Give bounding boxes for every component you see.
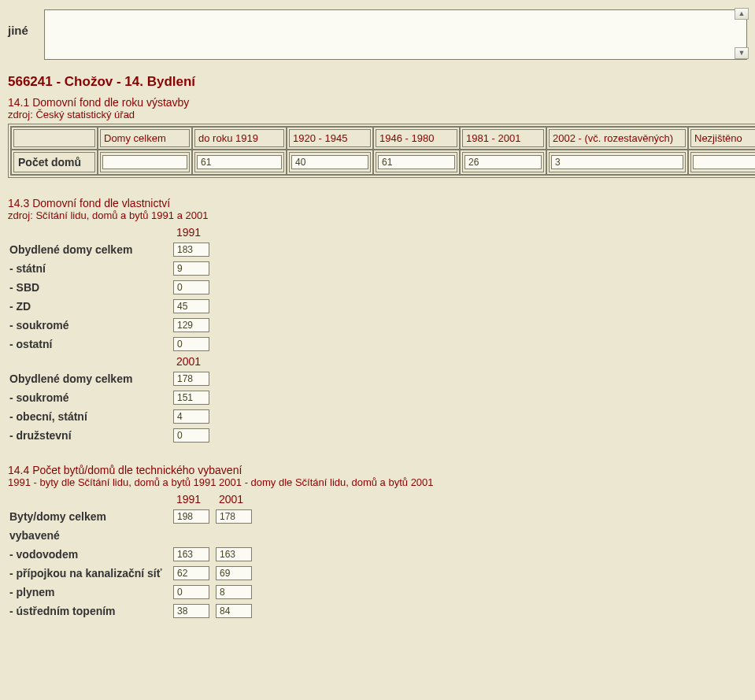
value-cell[interactable]: 69 bbox=[216, 566, 252, 580]
table-row: - ústředním topením 38 84 bbox=[8, 602, 252, 620]
row-label: - družstevní bbox=[8, 426, 173, 445]
row-label: Počet domů bbox=[11, 150, 98, 175]
value-cell[interactable]: 61 bbox=[197, 155, 282, 169]
section-14-4-source: 1991 - byty dle Sčítání lidu, domů a byt… bbox=[8, 476, 747, 488]
note-wrap: ▲ ▼ bbox=[44, 9, 747, 60]
table-row: Obydlené domy celkem183 bbox=[8, 240, 209, 259]
table-row: - družstevní0 bbox=[8, 426, 209, 445]
year-header: 1991 bbox=[173, 224, 209, 240]
page-title: 566241 - Chožov - 14. Bydlení bbox=[8, 74, 747, 90]
value-cell[interactable] bbox=[102, 155, 187, 169]
table-row: - vodovodem 163 163 bbox=[8, 545, 252, 564]
table-14-3-y1991: 1991 Obydlené domy celkem183 - státní9 -… bbox=[8, 224, 209, 445]
row-label: Byty/domy celkem bbox=[8, 507, 173, 526]
table-row: vybavené bbox=[8, 526, 252, 545]
section-14-4-title: 14.4 Počet bytů/domů dle technického vyb… bbox=[8, 464, 747, 476]
table-row: Počet domů 61 40 61 26 3 bbox=[11, 150, 755, 175]
row-label: - ZD bbox=[8, 297, 173, 316]
row-label: vybavené bbox=[8, 526, 173, 545]
table-14-4: 1991 2001 Byty/domy celkem 198 178 vybav… bbox=[8, 491, 252, 620]
table-row: Domy celkem do roku 1919 1920 - 1945 194… bbox=[11, 127, 755, 150]
section-14-1-title: 14.1 Domovní fond dle roku výstavby bbox=[8, 96, 747, 109]
col-header: do roku 1919 bbox=[192, 127, 287, 150]
value-cell[interactable]: 198 bbox=[173, 509, 209, 524]
section-14-1-source: zdroj: Český statistický úřad bbox=[8, 109, 747, 120]
value-cell[interactable]: 40 bbox=[291, 155, 368, 169]
value-cell[interactable]: 0 bbox=[173, 585, 209, 599]
col-header: 1946 - 1980 bbox=[373, 127, 460, 150]
table-row: - SBD0 bbox=[8, 278, 209, 297]
spinner-up-icon[interactable]: ▲ bbox=[735, 8, 749, 20]
table-row: - plynem 0 8 bbox=[8, 583, 252, 602]
value-cell[interactable]: 0 bbox=[173, 428, 209, 443]
row-label: - vodovodem bbox=[8, 545, 173, 564]
table-row: Obydlené domy celkem178 bbox=[8, 369, 209, 388]
top-bar: jiné ▲ ▼ bbox=[8, 9, 747, 60]
table-row: - přípojkou na kanalizační síť 62 69 bbox=[8, 564, 252, 583]
table-row: Byty/domy celkem 198 178 bbox=[8, 507, 252, 526]
value-cell[interactable]: 183 bbox=[173, 243, 209, 257]
value-cell[interactable]: 45 bbox=[173, 299, 209, 313]
value-cell[interactable]: 151 bbox=[173, 391, 209, 405]
value-cell[interactable]: 0 bbox=[173, 280, 209, 294]
section-14-3-source: zdroj: Sčítání lidu, domů a bytů 1991 a … bbox=[8, 209, 747, 221]
col-header: 1920 - 1945 bbox=[287, 127, 373, 150]
note-spinner: ▲ ▼ bbox=[735, 8, 749, 20]
value-cell[interactable]: 3 bbox=[551, 155, 683, 169]
value-cell[interactable]: 0 bbox=[173, 337, 209, 351]
year-header: 2001 bbox=[209, 491, 252, 507]
value-cell[interactable]: 163 bbox=[216, 547, 252, 561]
section-14-3-title: 14.3 Domovní fond dle vlastnictví bbox=[8, 197, 747, 209]
row-label: Obydlené domy celkem bbox=[8, 240, 173, 259]
value-cell[interactable]: 9 bbox=[173, 261, 209, 276]
row-label: - soukromé bbox=[8, 316, 173, 335]
year-header: 1991 bbox=[173, 491, 209, 507]
value-cell[interactable] bbox=[693, 155, 755, 169]
row-label: - soukromé bbox=[8, 388, 173, 407]
table-row: - obecní, státní4 bbox=[8, 407, 209, 426]
row-label: Obydlené domy celkem bbox=[8, 369, 173, 388]
row-label: - plynem bbox=[8, 583, 173, 602]
value-cell[interactable]: 61 bbox=[378, 155, 455, 169]
value-cell[interactable]: 163 bbox=[173, 547, 209, 561]
value-cell[interactable]: 8 bbox=[216, 585, 252, 599]
table-row: - soukromé129 bbox=[8, 316, 209, 335]
heading-jine: jiné bbox=[8, 9, 28, 37]
value-cell[interactable]: 178 bbox=[173, 372, 209, 386]
value-cell[interactable]: 178 bbox=[216, 509, 252, 524]
row-label: - přípojkou na kanalizační síť bbox=[8, 564, 173, 583]
table-row: - soukromé151 bbox=[8, 388, 209, 407]
year-header: 2001 bbox=[173, 354, 209, 369]
value-cell[interactable]: 129 bbox=[173, 318, 209, 332]
table-corner bbox=[11, 127, 98, 150]
row-label: - státní bbox=[8, 259, 173, 278]
row-label: - ostatní bbox=[8, 335, 173, 354]
value-cell[interactable]: 4 bbox=[173, 409, 209, 424]
value-cell[interactable]: 38 bbox=[173, 604, 209, 618]
table-row: - státní9 bbox=[8, 259, 209, 278]
col-header: Nezjištěno bbox=[688, 127, 755, 150]
table-14-1: Domy celkem do roku 1919 1920 - 1945 194… bbox=[8, 124, 755, 178]
table-row: - ZD45 bbox=[8, 297, 209, 316]
row-label: - obecní, státní bbox=[8, 407, 173, 426]
col-header: Domy celkem bbox=[98, 127, 192, 150]
table-row: - ostatní0 bbox=[8, 335, 209, 354]
col-header: 1981 - 2001 bbox=[460, 127, 546, 150]
note-textarea[interactable] bbox=[44, 9, 747, 60]
value-cell[interactable]: 26 bbox=[464, 155, 542, 169]
spinner-down-icon[interactable]: ▼ bbox=[735, 47, 749, 59]
row-label: - ústředním topením bbox=[8, 602, 173, 620]
col-header: 2002 - (vč. rozestavěných) bbox=[546, 127, 688, 150]
value-cell[interactable]: 84 bbox=[216, 604, 252, 618]
value-cell[interactable]: 62 bbox=[173, 566, 209, 580]
row-label: - SBD bbox=[8, 278, 173, 297]
